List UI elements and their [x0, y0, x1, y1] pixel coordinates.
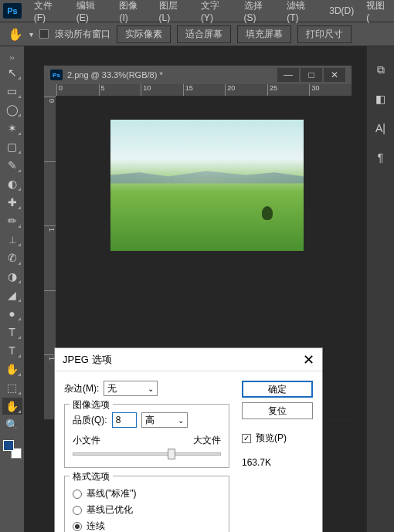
- color-panel-icon[interactable]: ◧: [373, 91, 389, 107]
- move-tool[interactable]: ↖: [2, 64, 22, 81]
- preview-label: 预览(P): [256, 432, 287, 445]
- document-titlebar[interactable]: Ps 2.png @ 33.3%(RGB/8) * — □ ✕: [44, 66, 352, 84]
- hand-icon: ✋: [8, 27, 23, 42]
- ok-button[interactable]: 确定: [242, 381, 313, 398]
- doc-ps-icon: Ps: [50, 69, 63, 80]
- healing-tool[interactable]: ◐: [2, 175, 22, 192]
- dodge-tool[interactable]: ●: [2, 305, 22, 322]
- menu-edit[interactable]: 编辑(E): [70, 0, 114, 23]
- options-bar: ✋ ▾ 滚动所有窗口 实际像素 适合屏幕 填充屏幕 打印尺寸: [0, 22, 394, 46]
- fit-screen-button[interactable]: 适合屏幕: [177, 25, 231, 43]
- hand-tool[interactable]: ✋: [2, 398, 22, 415]
- format-options-legend: 格式选项: [70, 470, 113, 483]
- quality-slider[interactable]: [73, 449, 221, 459]
- eyedropper-tool[interactable]: ✎: [2, 157, 22, 174]
- small-file-label: 小文件: [73, 434, 100, 447]
- slider-thumb[interactable]: [168, 449, 175, 459]
- image-options-group: 图像选项 品质(Q): 高⌄ 小文件 大文件: [64, 404, 229, 468]
- history-panel-icon[interactable]: ⧉: [373, 62, 389, 77]
- right-dock: ⧉ ◧ A| ¶: [366, 46, 394, 532]
- character-panel-icon[interactable]: A|: [373, 120, 389, 136]
- reset-button[interactable]: 复位: [242, 402, 313, 419]
- canvas-area: Ps 2.png @ 33.3%(RGB/8) * — □ ✕ 0 5 10 1…: [25, 46, 366, 532]
- dialog-titlebar[interactable]: JPEG 选项 ✕: [55, 348, 322, 371]
- quality-preset-dropdown[interactable]: 高⌄: [141, 412, 188, 428]
- tool-preset-dropdown[interactable]: ▾: [29, 30, 33, 39]
- minimize-button[interactable]: —: [277, 68, 299, 82]
- toolbox: ›› ↖ ▭ ◯ ✶ ▢ ✎ ◐ ✚ ✏ ⟂ ✆ ◑ ◢ ● T T ✋ ⬚ ✋…: [0, 46, 25, 532]
- baseline-standard-label: 基线("标准"): [87, 487, 137, 500]
- stamp-tool[interactable]: ✏: [2, 212, 22, 229]
- workspace: ›› ↖ ▭ ◯ ✶ ▢ ✎ ◐ ✚ ✏ ⟂ ✆ ◑ ◢ ● T T ✋ ⬚ ✋…: [0, 46, 394, 532]
- lasso-tool[interactable]: ◯: [2, 101, 22, 118]
- menu-bar: Ps 文件(F) 编辑(E) 图像(I) 图层(L) 文字(Y) 选择(S) 滤…: [0, 0, 394, 22]
- crop-tool[interactable]: ▢: [2, 138, 22, 155]
- preview-checkbox[interactable]: [242, 434, 251, 443]
- quality-label: 品质(Q):: [73, 414, 107, 427]
- progressive-label: 连续: [87, 520, 105, 532]
- horizontal-ruler: 0 5 10 15 20 25 30: [56, 84, 352, 97]
- matte-label: 杂边(M):: [64, 382, 99, 395]
- print-size-button[interactable]: 打印尺寸: [297, 25, 352, 43]
- menu-layer[interactable]: 图层(L): [153, 0, 195, 23]
- menu-filter[interactable]: 滤镜(T): [280, 0, 323, 23]
- format-options-group: 格式选项 基线("标准") 基线已优化 连续: [64, 476, 229, 532]
- maximize-button[interactable]: □: [301, 68, 322, 82]
- scroll-all-label: 滚动所有窗口: [55, 28, 110, 41]
- quality-input[interactable]: [112, 412, 137, 428]
- filesize-label: 163.7K: [242, 457, 313, 468]
- wand-tool[interactable]: ✶: [2, 120, 22, 137]
- progressive-radio[interactable]: [73, 522, 82, 531]
- pen-tool[interactable]: T: [2, 324, 22, 341]
- path-tool[interactable]: ✋: [2, 361, 22, 378]
- tree-graphic: [262, 206, 273, 220]
- close-button[interactable]: ✕: [324, 68, 345, 82]
- document-title: 2.png @ 33.3%(RGB/8) *: [67, 70, 277, 80]
- large-file-label: 大文件: [193, 434, 221, 447]
- menu-view[interactable]: 视图(: [360, 0, 394, 23]
- ps-logo: Ps: [3, 3, 22, 19]
- foreground-color[interactable]: [3, 440, 14, 451]
- document-image[interactable]: [110, 120, 304, 251]
- scroll-all-checkbox[interactable]: [39, 29, 49, 39]
- menu-type[interactable]: 文字(Y): [195, 0, 238, 23]
- menu-3d[interactable]: 3D(D): [323, 5, 360, 16]
- color-swatches[interactable]: [3, 440, 22, 459]
- baseline-optimized-label: 基线已优化: [87, 503, 133, 517]
- dialog-title: JPEG 选项: [63, 353, 303, 367]
- menu-file[interactable]: 文件(F): [28, 0, 70, 23]
- blur-tool[interactable]: ◢: [2, 286, 22, 303]
- shape-tool[interactable]: ⬚: [2, 379, 22, 396]
- marquee-tool[interactable]: ▭: [2, 83, 22, 100]
- zoom-tool[interactable]: 🔍: [2, 416, 22, 433]
- fill-screen-button[interactable]: 填充屏幕: [237, 25, 291, 43]
- menu-image[interactable]: 图像(I): [113, 0, 152, 23]
- mountain-graphic: [110, 170, 304, 184]
- history-brush-tool[interactable]: ⟂: [2, 231, 22, 248]
- baseline-optimized-radio[interactable]: [73, 506, 82, 515]
- matte-dropdown[interactable]: 无⌄: [104, 381, 158, 396]
- image-options-legend: 图像选项: [70, 398, 113, 412]
- eraser-tool[interactable]: ✆: [2, 249, 22, 266]
- baseline-standard-radio[interactable]: [73, 490, 82, 499]
- actual-pixels-button[interactable]: 实际像素: [117, 25, 171, 43]
- toolbox-collapse[interactable]: ››: [0, 53, 24, 63]
- menu-select[interactable]: 选择(S): [238, 0, 281, 23]
- brush-tool[interactable]: ✚: [2, 194, 22, 211]
- gradient-tool[interactable]: ◑: [2, 268, 22, 285]
- dialog-close-button[interactable]: ✕: [303, 351, 314, 368]
- jpeg-options-dialog: JPEG 选项 ✕ 杂边(M): 无⌄ 图像选项 品质(Q):: [54, 347, 323, 532]
- type-tool[interactable]: T: [2, 342, 22, 359]
- paragraph-panel-icon[interactable]: ¶: [373, 150, 389, 165]
